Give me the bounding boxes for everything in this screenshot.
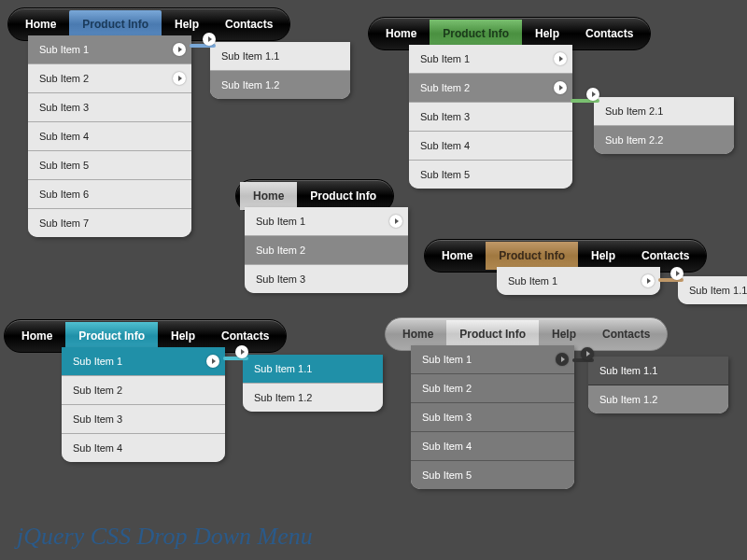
submenu-brown: Sub Item 1.1 [678, 276, 747, 304]
menu-tab-product-info[interactable]: Product Info [65, 322, 158, 350]
dropdown-brown: Sub Item 1 [497, 267, 660, 295]
menu-tab-home[interactable]: Home [12, 10, 69, 38]
expand-icon[interactable] [641, 274, 655, 287]
dropdown-item[interactable]: Sub Item 4 [28, 122, 191, 151]
menu-tab-home[interactable]: Home [373, 20, 430, 48]
submenu-item[interactable]: Sub Item 1.1 [678, 276, 747, 304]
dropdown-item[interactable]: Sub Item 5 [28, 151, 191, 180]
dropdown-item[interactable]: Sub Item 1 [62, 347, 225, 376]
dropdown-item[interactable]: Sub Item 2 [28, 64, 191, 93]
dropdown-item[interactable]: Sub Item 4 [409, 132, 572, 161]
submenu-item[interactable]: Sub Item 2.2 [594, 126, 734, 154]
submenu-blue: Sub Item 1.1Sub Item 1.2 [210, 42, 350, 99]
submenu-item[interactable]: Sub Item 1.2 [588, 385, 728, 413]
menu-tab-help[interactable]: Help [522, 20, 572, 48]
submenu-green: Sub Item 2.1Sub Item 2.2 [594, 97, 734, 154]
connector-knob-icon [235, 345, 248, 358]
dropdown-item[interactable]: Sub Item 3 [409, 103, 572, 132]
connector-knob-icon [670, 267, 684, 280]
submenu-item[interactable]: Sub Item 1.2 [243, 384, 383, 412]
dropdown-item[interactable]: Sub Item 1 [497, 267, 660, 295]
dropdown-item[interactable]: Sub Item 7 [28, 209, 191, 237]
menu-tab-contacts[interactable]: Contacts [572, 20, 646, 48]
submenu-silver: Sub Item 1.1Sub Item 1.2 [588, 357, 728, 413]
menu-tab-product-info[interactable]: Product Info [486, 242, 578, 270]
dropdown-item[interactable]: Sub Item 5 [411, 461, 574, 489]
menu-tab-home[interactable]: Home [429, 242, 486, 270]
dropdown-item[interactable]: Sub Item 6 [28, 180, 191, 209]
submenu-item[interactable]: Sub Item 1.1 [588, 357, 728, 385]
menu-tab-product-info[interactable]: Product Info [69, 10, 162, 38]
dropdown-item[interactable]: Sub Item 2 [245, 236, 408, 265]
dropdown-item[interactable]: Sub Item 2 [62, 376, 225, 405]
dropdown-green: Sub Item 1Sub Item 2Sub Item 3Sub Item 4… [409, 45, 572, 189]
menu-tab-help[interactable]: Help [539, 320, 589, 348]
expand-icon[interactable] [173, 72, 186, 85]
expand-icon[interactable] [206, 355, 219, 368]
menu-tab-home[interactable]: Home [389, 320, 446, 348]
submenu-item[interactable]: Sub Item 1.1 [210, 42, 350, 71]
dropdown-item[interactable]: Sub Item 4 [62, 434, 225, 462]
expand-icon[interactable] [389, 215, 402, 228]
dropdown-item[interactable]: Sub Item 2 [411, 374, 574, 403]
menu-tab-product-info[interactable]: Product Info [446, 320, 539, 348]
dropdown-item[interactable]: Sub Item 1 [28, 35, 191, 64]
dropdown-item[interactable]: Sub Item 3 [411, 403, 574, 432]
dropdown-item[interactable]: Sub Item 3 [62, 405, 225, 434]
expand-icon[interactable] [554, 52, 567, 65]
connector-knob-icon [203, 33, 216, 46]
dropdown-item[interactable]: Sub Item 4 [411, 432, 574, 461]
submenu-item[interactable]: Sub Item 2.1 [594, 97, 734, 126]
dropdown-item[interactable]: Sub Item 3 [245, 265, 408, 293]
expand-icon[interactable] [554, 81, 567, 94]
menu-tab-home[interactable]: Home [8, 322, 65, 350]
dropdown-item[interactable]: Sub Item 1 [245, 207, 408, 236]
menu-tab-contacts[interactable]: Contacts [212, 10, 286, 38]
menu-tab-help[interactable]: Help [578, 242, 628, 270]
submenu-item[interactable]: Sub Item 1.2 [210, 71, 350, 99]
dropdown-silver: Sub Item 1Sub Item 2Sub Item 3Sub Item 4… [411, 345, 574, 489]
dropdown-item[interactable]: Sub Item 5 [409, 161, 572, 189]
menu-tab-product-info[interactable]: Product Info [297, 182, 389, 210]
page-title: jQuery CSS Drop Down Menu [17, 523, 313, 551]
submenu-teal: Sub Item 1.1Sub Item 1.2 [243, 355, 383, 412]
dropdown-teal: Sub Item 1Sub Item 2Sub Item 3Sub Item 4 [62, 347, 225, 462]
dropdown-item[interactable]: Sub Item 1 [411, 345, 574, 374]
dropdown-item[interactable]: Sub Item 2 [409, 74, 572, 103]
submenu-item[interactable]: Sub Item 1.1 [243, 355, 383, 384]
connector-knob-icon [581, 347, 594, 360]
menu-tab-home[interactable]: Home [240, 182, 297, 210]
dropdown-item[interactable]: Sub Item 3 [28, 93, 191, 122]
menu-tab-help[interactable]: Help [158, 322, 208, 350]
expand-icon[interactable] [173, 43, 186, 56]
menu-tab-contacts[interactable]: Contacts [589, 320, 663, 348]
connector-knob-icon [586, 88, 599, 101]
menu-tab-contacts[interactable]: Contacts [628, 242, 702, 270]
menu-tab-product-info[interactable]: Product Info [430, 20, 522, 48]
dropdown-item[interactable]: Sub Item 1 [409, 45, 572, 74]
dropdown-mid: Sub Item 1Sub Item 2Sub Item 3 [245, 207, 408, 293]
expand-icon[interactable] [556, 353, 569, 366]
dropdown-blue: Sub Item 1Sub Item 2Sub Item 3Sub Item 4… [28, 35, 191, 237]
